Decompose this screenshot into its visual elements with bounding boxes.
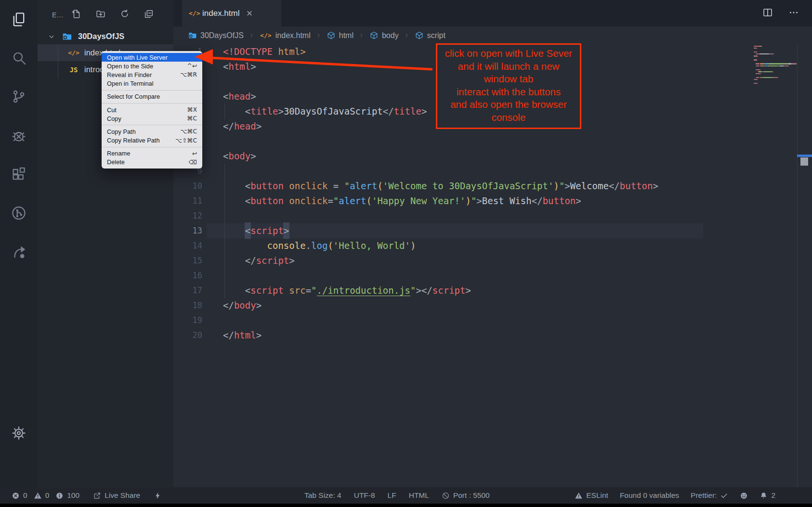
eslint[interactable]: ESLint bbox=[575, 491, 608, 500]
code-token: </ bbox=[421, 285, 432, 296]
code-line-18[interactable]: 18</body> bbox=[173, 298, 812, 313]
menu-item-label: Open with Live Server bbox=[107, 54, 168, 61]
menu-item-copy-path[interactable]: Copy Path⌥⌘C bbox=[102, 127, 202, 136]
code-line-17[interactable]: 17 <script src="./introduction.js"></scr… bbox=[173, 283, 812, 298]
code-token bbox=[223, 255, 245, 266]
minimap-line bbox=[757, 77, 760, 78]
line-number: 10 bbox=[173, 179, 202, 194]
activity-item-settings-gear[interactable] bbox=[11, 425, 27, 442]
variables-found[interactable]: Found 0 variables bbox=[620, 491, 679, 500]
js-file-icon: JS bbox=[67, 66, 80, 74]
status-label: 2 bbox=[771, 491, 775, 500]
code-text: <body> bbox=[202, 149, 256, 164]
notifications-bell[interactable]: 2 bbox=[760, 491, 775, 500]
menu-item-shortcut: ⌥⌘R bbox=[180, 71, 197, 78]
menu-item-delete[interactable]: Delete⌫ bbox=[102, 158, 202, 167]
tab-label: index.html bbox=[202, 9, 239, 18]
menu-item-copy-relative-path[interactable]: Copy Relative Path⌥⇧⌘C bbox=[102, 136, 202, 145]
breadcrumb-item-index-html[interactable]: </>index.html bbox=[260, 31, 311, 40]
info-count[interactable]: 100 bbox=[55, 491, 79, 500]
code-token: html bbox=[234, 330, 256, 340]
code-line-12[interactable]: 12 bbox=[173, 208, 812, 223]
collapse-all-button[interactable] bbox=[144, 9, 154, 21]
code-line-20[interactable]: 20</html> bbox=[173, 328, 812, 343]
code-line-10[interactable]: 10 <button onclick = "alert('Welcome to … bbox=[173, 179, 812, 194]
code-line-14[interactable]: 14 console.log('Hello, World') bbox=[173, 238, 812, 253]
live-server-port[interactable]: Port : 5500 bbox=[442, 491, 490, 500]
tab-size[interactable]: Tab Size: 4 bbox=[304, 491, 341, 500]
menu-item-open-with-live-server[interactable]: Open with Live Server bbox=[102, 53, 202, 62]
language-mode[interactable]: HTML bbox=[409, 491, 429, 500]
menu-item-copy[interactable]: Copy⌘C bbox=[102, 114, 202, 123]
encoding[interactable]: UTF-8 bbox=[354, 491, 375, 500]
code-line-11[interactable]: 11 <button onclick="alert('Happy New Yea… bbox=[173, 194, 812, 208]
live-share[interactable]: Live Share bbox=[93, 491, 140, 500]
code-line-15[interactable]: 15 </script> bbox=[173, 253, 812, 268]
chevron-down-icon bbox=[47, 32, 56, 41]
overview-ruler-border bbox=[797, 44, 798, 487]
activity-item-source-control[interactable] bbox=[11, 88, 27, 105]
code-token: html> bbox=[273, 46, 306, 57]
code-line-9[interactable]: 9 bbox=[173, 164, 812, 179]
window-bottom-edge bbox=[0, 504, 812, 507]
split-editor-button[interactable] bbox=[762, 7, 773, 20]
menu-item-select-for-compare[interactable]: Select for Compare bbox=[102, 92, 202, 101]
activity-item-search[interactable] bbox=[11, 50, 27, 66]
new-file-button[interactable] bbox=[71, 9, 82, 21]
code-token: 30DaysOfJavaScript bbox=[284, 106, 383, 117]
menu-item-open-to-the-side[interactable]: Open to the Side^↩ bbox=[102, 62, 202, 70]
problems-warnings[interactable]: 0 bbox=[34, 491, 50, 500]
code-line-7[interactable]: 7 bbox=[173, 134, 812, 149]
code-text: <script src="./introduction.js"></script… bbox=[202, 283, 471, 298]
sidebar-header: E… bbox=[38, 0, 173, 22]
new-folder-button[interactable] bbox=[95, 9, 106, 21]
status-center-group: Tab Size: 4UTF-8LFHTMLPort : 5500 bbox=[304, 487, 490, 504]
code-token: title bbox=[250, 106, 278, 117]
code-token: < bbox=[223, 91, 228, 102]
quick-actions[interactable] bbox=[154, 492, 162, 500]
minimap[interactable] bbox=[754, 46, 812, 90]
refresh-button[interactable] bbox=[119, 9, 130, 21]
code-line-13[interactable]: 13 <script> bbox=[173, 223, 812, 238]
activity-item-extensions[interactable] bbox=[11, 166, 27, 183]
breadcrumb-item-body[interactable]: body bbox=[369, 31, 399, 40]
status-bar: 00100Live Share Tab Size: 4UTF-8LFHTMLPo… bbox=[0, 487, 812, 504]
code-line-16[interactable]: 16 bbox=[173, 268, 812, 283]
code-text: </script> bbox=[202, 253, 295, 268]
code-line-8[interactable]: 8<body> bbox=[173, 149, 812, 164]
code-token: log bbox=[311, 240, 327, 251]
problems-errors[interactable]: 0 bbox=[12, 491, 27, 500]
code-token: ( bbox=[367, 195, 372, 206]
breadcrumb-item-30daysofjs[interactable]: 30DaysOfJS bbox=[188, 31, 244, 40]
code-line-19[interactable]: 19 bbox=[173, 313, 812, 328]
menu-item-reveal-in-finder[interactable]: Reveal in Finder⌥⌘R bbox=[102, 70, 202, 79]
code-token: . bbox=[306, 240, 311, 251]
code-token: </ bbox=[223, 121, 234, 131]
menu-item-cut[interactable]: Cut⌘X bbox=[102, 105, 202, 114]
minimap-line bbox=[773, 53, 774, 54]
code-token: " bbox=[333, 195, 339, 206]
code-token: alert bbox=[350, 181, 377, 191]
feedback-smiley[interactable] bbox=[740, 492, 748, 500]
menu-item-rename[interactable]: Rename↩ bbox=[102, 149, 202, 158]
tab-index-html[interactable]: </> index.html × bbox=[182, 0, 281, 26]
menu-item-shortcut: ⌥⇧⌘C bbox=[175, 137, 197, 144]
sidebar-title: E… bbox=[52, 11, 64, 19]
activity-item-debug[interactable] bbox=[11, 127, 27, 144]
breadcrumb-item-html[interactable]: html bbox=[327, 31, 354, 40]
more-actions-button[interactable] bbox=[788, 7, 799, 20]
activity-item-git-graph[interactable] bbox=[11, 205, 27, 221]
line-number: 11 bbox=[173, 194, 202, 208]
code-token: title bbox=[394, 106, 421, 117]
activity-item-live-share[interactable] bbox=[11, 243, 27, 260]
activity-item-explorer[interactable] bbox=[11, 11, 27, 28]
breadcrumb-item-script[interactable]: script bbox=[415, 31, 445, 40]
eol[interactable]: LF bbox=[388, 491, 396, 500]
source-control-icon bbox=[11, 88, 27, 105]
menu-item-open-in-terminal[interactable]: Open in Terminal bbox=[102, 79, 202, 88]
sidebar-item-workspace-folder[interactable]: 30DaysOfJS bbox=[38, 28, 173, 44]
prettier[interactable]: Prettier: bbox=[691, 491, 728, 500]
breadcrumb-label: 30DaysOfJS bbox=[200, 31, 244, 40]
code-token: ) bbox=[410, 240, 416, 251]
close-icon[interactable]: × bbox=[246, 8, 252, 19]
